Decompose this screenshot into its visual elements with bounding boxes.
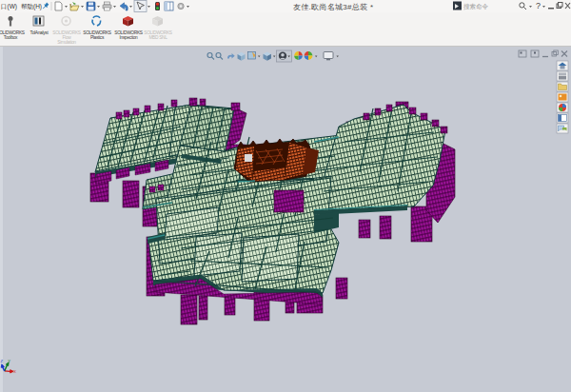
svg-text:?: ? (536, 1, 541, 10)
svg-text:X: X (13, 369, 16, 374)
svg-text:Y: Y (8, 359, 10, 363)
svg-text:Z: Z (1, 359, 4, 363)
